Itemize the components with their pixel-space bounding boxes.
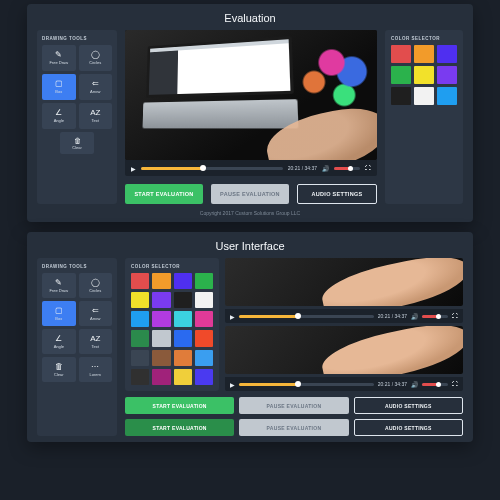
tool-box[interactable]: ▢Box bbox=[42, 301, 76, 326]
color-swatch[interactable] bbox=[437, 66, 457, 84]
color-selector: COLOR SELECTOR bbox=[385, 30, 463, 204]
color-swatch[interactable] bbox=[152, 273, 170, 289]
color-swatch[interactable] bbox=[131, 350, 149, 366]
tool-angle[interactable]: ∠Angle bbox=[42, 103, 76, 129]
tool-clear[interactable]: 🗑Clear bbox=[42, 357, 76, 382]
time-display: 20:21 / 34:37 bbox=[288, 165, 317, 171]
lorem-icon: ⋯ bbox=[91, 363, 99, 371]
color-swatch[interactable] bbox=[131, 330, 149, 346]
box-icon: ▢ bbox=[55, 80, 63, 88]
pause-evaluation-button-alt[interactable]: PAUSE EVALUATION bbox=[239, 419, 348, 436]
color-swatch[interactable] bbox=[195, 292, 213, 308]
start-evaluation-button[interactable]: START EVALUATION bbox=[125, 397, 234, 414]
clear-icon: 🗑 bbox=[55, 363, 63, 371]
freedraw-icon: ✎ bbox=[55, 279, 62, 287]
mini-video-1[interactable] bbox=[225, 258, 463, 306]
audio-settings-button-alt[interactable]: AUDIO SETTINGS bbox=[354, 419, 463, 436]
tool-circles[interactable]: ◯Circles bbox=[79, 45, 113, 71]
color-swatch[interactable] bbox=[131, 369, 149, 385]
progress-track[interactable] bbox=[141, 167, 283, 170]
color-swatch[interactable] bbox=[131, 311, 149, 327]
mini-player-1: ▶ 20:21 / 34:37 🔊 ⛶ bbox=[225, 309, 463, 323]
progress-track[interactable] bbox=[239, 315, 374, 318]
color-swatch[interactable] bbox=[152, 330, 170, 346]
audio-settings-button[interactable]: AUDIO SETTINGS bbox=[297, 184, 377, 204]
color-swatch[interactable] bbox=[174, 350, 192, 366]
start-evaluation-button[interactable]: START EVALUATION bbox=[125, 184, 203, 204]
box-icon: ▢ bbox=[55, 307, 63, 315]
color-swatch[interactable] bbox=[131, 273, 149, 289]
fullscreen-icon[interactable]: ⛶ bbox=[452, 381, 458, 387]
drawing-tools: DRAWING TOOLS ✎Free Draw◯Circles▢Box⇐Arr… bbox=[37, 258, 117, 436]
color-swatch[interactable] bbox=[437, 87, 457, 105]
tools-heading: DRAWING TOOLS bbox=[42, 36, 112, 41]
arrow-icon: ⇐ bbox=[92, 307, 99, 315]
pause-evaluation-button[interactable]: PAUSE EVALUATION bbox=[211, 184, 289, 204]
color-swatch[interactable] bbox=[174, 330, 192, 346]
tool-freedraw[interactable]: ✎Free Draw bbox=[42, 45, 76, 71]
video-viewport[interactable] bbox=[125, 30, 377, 160]
angle-icon: ∠ bbox=[55, 335, 62, 343]
color-swatch[interactable] bbox=[131, 292, 149, 308]
color-swatch[interactable] bbox=[152, 311, 170, 327]
trash-icon: 🗑 bbox=[74, 137, 81, 144]
tool-circles[interactable]: ◯Circles bbox=[79, 273, 113, 298]
tool-box[interactable]: ▢Box bbox=[42, 74, 76, 100]
play-icon[interactable]: ▶ bbox=[230, 313, 235, 320]
color-swatch[interactable] bbox=[174, 273, 192, 289]
color-swatch[interactable] bbox=[391, 87, 411, 105]
color-selector-heading: COLOR SELECTOR bbox=[391, 36, 457, 41]
tool-text[interactable]: AZText bbox=[79, 103, 113, 129]
color-swatch[interactable] bbox=[195, 369, 213, 385]
color-swatch[interactable] bbox=[414, 45, 434, 63]
color-swatch[interactable] bbox=[195, 311, 213, 327]
color-swatch[interactable] bbox=[414, 87, 434, 105]
volume-track[interactable] bbox=[422, 315, 448, 318]
color-swatch[interactable] bbox=[174, 292, 192, 308]
time-display: 20:21 / 34:37 bbox=[378, 381, 407, 387]
volume-track[interactable] bbox=[422, 383, 448, 386]
color-swatch[interactable] bbox=[152, 350, 170, 366]
color-swatch[interactable] bbox=[391, 45, 411, 63]
video-player-bar: ▶ 20:21 / 34:37 🔊 ⛶ bbox=[125, 160, 377, 176]
tool-angle[interactable]: ∠Angle bbox=[42, 329, 76, 354]
pause-evaluation-button[interactable]: PAUSE EVALUATION bbox=[239, 397, 348, 414]
play-icon[interactable]: ▶ bbox=[131, 165, 136, 172]
color-swatch[interactable] bbox=[414, 66, 434, 84]
color-swatch[interactable] bbox=[391, 66, 411, 84]
tools-heading: DRAWING TOOLS bbox=[42, 264, 112, 269]
color-swatch[interactable] bbox=[174, 369, 192, 385]
volume-icon[interactable]: 🔊 bbox=[411, 381, 418, 388]
tool-text[interactable]: AZText bbox=[79, 329, 113, 354]
audio-settings-button[interactable]: AUDIO SETTINGS bbox=[354, 397, 463, 414]
play-icon[interactable]: ▶ bbox=[230, 381, 235, 388]
color-swatch[interactable] bbox=[152, 369, 170, 385]
user-interface-panel: User Interface DRAWING TOOLS ✎Free Draw◯… bbox=[27, 232, 473, 442]
fullscreen-icon[interactable]: ⛶ bbox=[365, 165, 371, 171]
time-display: 20:21 / 34:37 bbox=[378, 313, 407, 319]
color-swatch[interactable] bbox=[437, 45, 457, 63]
tool-lorem[interactable]: ⋯Lorem bbox=[79, 357, 113, 382]
color-swatch[interactable] bbox=[195, 273, 213, 289]
text-icon: AZ bbox=[90, 335, 100, 343]
color-swatch[interactable] bbox=[152, 292, 170, 308]
volume-track[interactable] bbox=[334, 167, 360, 170]
tool-arrow[interactable]: ⇐Arrow bbox=[79, 301, 113, 326]
color-selector-large: COLOR SELECTOR bbox=[125, 258, 219, 391]
color-selector-heading: COLOR SELECTOR bbox=[131, 264, 213, 269]
start-evaluation-button-alt[interactable]: START EVALUATION bbox=[125, 419, 234, 436]
color-swatch[interactable] bbox=[195, 350, 213, 366]
color-swatch[interactable] bbox=[195, 330, 213, 346]
color-swatch[interactable] bbox=[174, 311, 192, 327]
tool-arrow[interactable]: ⇐Arrow bbox=[79, 74, 113, 100]
progress-track[interactable] bbox=[239, 383, 374, 386]
volume-icon[interactable]: 🔊 bbox=[322, 165, 329, 172]
text-icon: AZ bbox=[90, 109, 100, 117]
volume-icon[interactable]: 🔊 bbox=[411, 313, 418, 320]
tool-freedraw[interactable]: ✎Free Draw bbox=[42, 273, 76, 298]
clear-label: Clear bbox=[72, 145, 82, 150]
clear-button[interactable]: 🗑 Clear bbox=[60, 132, 94, 154]
panel-title: Evaluation bbox=[37, 12, 463, 24]
fullscreen-icon[interactable]: ⛶ bbox=[452, 313, 458, 319]
mini-video-2[interactable] bbox=[225, 326, 463, 374]
